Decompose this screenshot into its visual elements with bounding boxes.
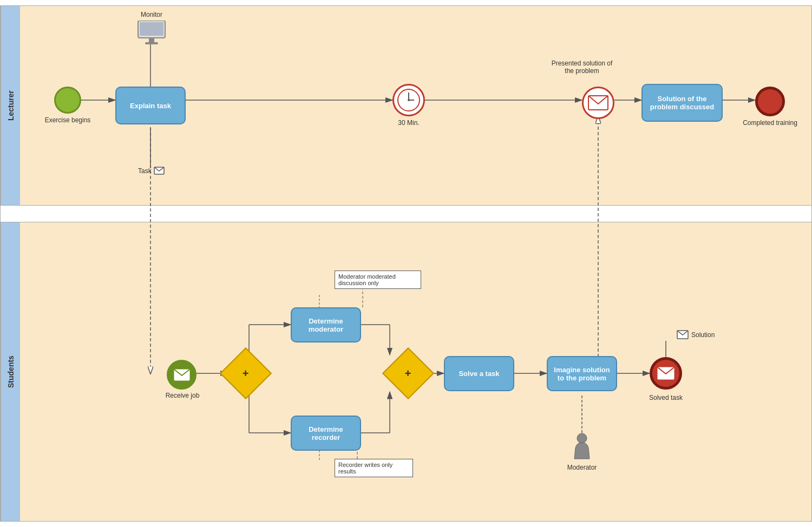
solution-label: Solution [677,330,715,339]
solved-task-event [650,357,682,390]
lane-gap [0,206,812,222]
svg-rect-30 [145,42,158,44]
moderator-label: Moderator [567,464,597,471]
explain-task-box[interactable]: Explain task [115,87,186,124]
svg-point-40 [577,433,587,443]
monitor-icon: Monitor [125,11,179,45]
svg-rect-28 [140,22,163,36]
solve-task-label: Solve a task [459,370,499,378]
determine-moderator-label: Determine moderator [295,317,357,333]
presented-solution-label: Presented solution ofthe problem [547,60,617,75]
imagine-solution-label: Imagine solution to the problem [551,366,613,382]
solution-discussed-box[interactable]: Solution of theproblem discussed [641,84,723,122]
moderator-annotation-text: Moderator moderated discussion only [338,273,396,286]
lecturer-label: Lecturer [1,6,20,205]
monitor-label: Monitor [141,11,162,18]
receive-job-envelope-icon [174,369,190,381]
presented-solution-event [582,87,614,119]
end-event-lecturer [755,87,785,116]
explain-task-label: Explain task [130,102,171,110]
timer-event [392,84,425,116]
timer-icon [397,88,421,112]
gateway1-symbol: + [243,367,249,380]
receive-job-label: Receive job [158,392,207,399]
gateway2-symbol: + [405,367,411,380]
task-envelope-icon [154,167,165,175]
solution-discussed-label: Solution of theproblem discussed [650,95,714,111]
svg-rect-29 [149,38,154,42]
timer-label: 30 Min. [384,119,433,127]
start-event-label: Exercise begins [41,116,95,124]
moderator-person: Moderator [566,433,598,471]
diagram-container: Lecturer Students [0,0,812,527]
solution-envelope-icon [677,330,689,339]
presented-envelope-icon [588,95,608,110]
receive-job-event [167,360,197,390]
imagine-solution-box[interactable]: Imagine solution to the problem [547,356,617,391]
recorder-annotation: Recorder writes only results [335,459,413,477]
task-label: Task [138,167,165,175]
recorder-annotation-text: Recorder writes only results [338,462,392,475]
solved-task-envelope-icon [657,367,675,380]
start-event [54,87,81,114]
determine-recorder-label: Determine recorder [295,425,357,442]
determine-recorder-box[interactable]: Determine recorder [291,416,361,451]
solve-task-box[interactable]: Solve a task [444,356,514,391]
moderator-person-icon [571,433,593,463]
students-label: Students [1,222,20,521]
solution-text: Solution [691,331,715,339]
monitor-svg [135,21,168,45]
determine-moderator-box[interactable]: Determine moderator [291,307,361,342]
moderator-annotation: Moderator moderated discussion only [335,271,421,289]
end-event-label: Completed training [742,119,798,127]
solved-task-label: Solved task [641,394,690,401]
svg-point-35 [408,99,410,101]
